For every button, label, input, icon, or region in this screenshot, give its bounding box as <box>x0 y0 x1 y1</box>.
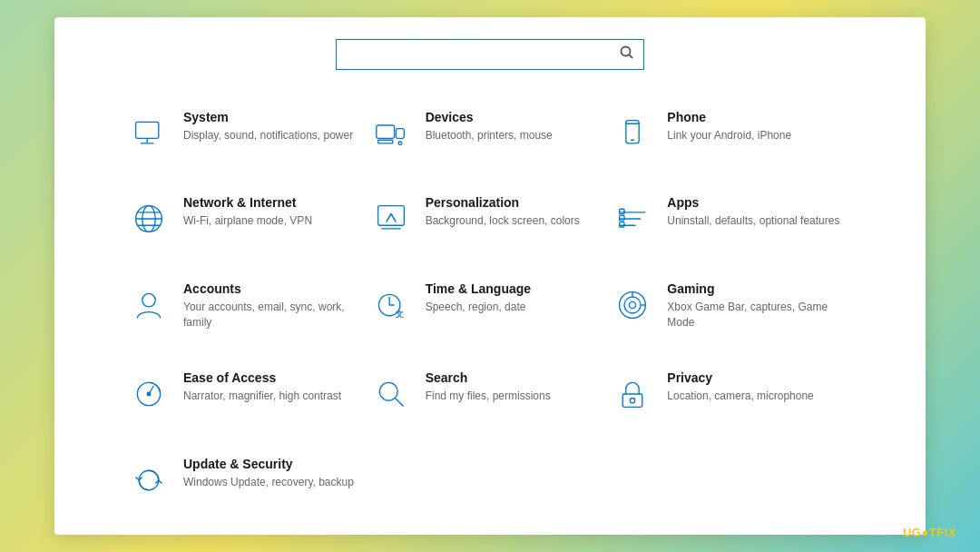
setting-desc-devices: Bluetooth, printers, mouse <box>426 128 553 143</box>
svg-point-36 <box>379 382 397 400</box>
setting-title-privacy: Privacy <box>667 370 813 385</box>
setting-title-system: System <box>183 110 353 124</box>
search-icon <box>369 372 413 416</box>
setting-item-update[interactable]: Update & Security Windows Update, recove… <box>127 440 369 526</box>
setting-text-personalization: Personalization Background, lock screen,… <box>426 195 580 229</box>
ease-icon <box>127 372 171 416</box>
privacy-icon <box>611 372 654 416</box>
svg-text:文: 文 <box>396 310 404 319</box>
devices-icon <box>369 112 413 155</box>
setting-text-update: Update & Security Windows Update, recove… <box>183 457 354 490</box>
personalization-icon <box>369 197 413 241</box>
svg-point-35 <box>147 392 151 396</box>
setting-title-network: Network & Internet <box>183 195 312 210</box>
setting-text-phone: Phone Link your Android, iPhone <box>667 110 791 143</box>
setting-title-search: Search <box>426 370 551 385</box>
setting-item-ease[interactable]: Ease of Access Narrator, magnifier, high… <box>127 354 369 439</box>
header <box>54 17 926 84</box>
setting-text-ease: Ease of Access Narrator, magnifier, high… <box>183 370 341 404</box>
svg-point-30 <box>630 301 636 308</box>
setting-title-gaming: Gaming <box>667 281 842 296</box>
setting-text-system: System Display, sound, notifications, po… <box>183 110 353 143</box>
setting-text-accounts: Accounts Your accounts, email, sync, wor… <box>183 281 358 330</box>
setting-text-network: Network & Internet Wi-Fi, airplane mode,… <box>183 195 312 229</box>
setting-title-accounts: Accounts <box>183 281 358 296</box>
network-icon <box>127 197 171 241</box>
setting-desc-privacy: Location, camera, microphone <box>667 389 813 404</box>
setting-item-phone[interactable]: Phone Link your Android, iPhone <box>611 94 853 179</box>
setting-desc-update: Windows Update, recovery, backup <box>183 475 354 490</box>
setting-desc-apps: Uninstall, defaults, optional features <box>667 213 839 229</box>
svg-rect-7 <box>377 140 392 143</box>
setting-title-phone: Phone <box>667 110 791 124</box>
svg-point-39 <box>631 399 635 403</box>
setting-text-apps: Apps Uninstall, defaults, optional featu… <box>667 195 839 229</box>
setting-title-update: Update & Security <box>183 457 354 471</box>
search-box[interactable] <box>336 39 644 70</box>
setting-item-system[interactable]: System Display, sound, notifications, po… <box>127 94 369 179</box>
svg-rect-5 <box>376 125 394 138</box>
setting-text-privacy: Privacy Location, camera, microphone <box>667 370 813 404</box>
apps-icon <box>611 197 654 241</box>
accounts-icon <box>127 283 171 327</box>
time-icon: 文 <box>369 283 413 327</box>
setting-title-apps: Apps <box>667 195 839 210</box>
setting-item-search[interactable]: Search Find my files, permissions <box>369 354 612 439</box>
svg-rect-17 <box>377 206 404 226</box>
svg-rect-23 <box>620 216 624 221</box>
setting-desc-search: Find my files, permissions <box>426 389 551 404</box>
watermark-text: UG●TFIX <box>903 526 956 539</box>
setting-desc-system: Display, sound, notifications, power <box>183 128 353 143</box>
svg-line-37 <box>395 399 403 407</box>
svg-rect-6 <box>396 129 404 139</box>
setting-item-devices[interactable]: Devices Bluetooth, printers, mouse <box>369 94 612 179</box>
search-input[interactable] <box>346 47 616 62</box>
setting-title-personalization: Personalization <box>426 195 580 210</box>
setting-text-devices: Devices Bluetooth, printers, mouse <box>426 110 553 143</box>
watermark: UG●TFIX <box>903 526 956 539</box>
gaming-icon <box>611 283 654 327</box>
svg-point-25 <box>142 293 155 306</box>
phone-icon <box>611 112 654 155</box>
update-icon <box>127 458 171 502</box>
setting-title-ease: Ease of Access <box>183 370 341 385</box>
svg-point-8 <box>398 142 402 145</box>
svg-rect-2 <box>136 122 159 138</box>
setting-title-devices: Devices <box>426 110 553 124</box>
setting-text-gaming: Gaming Xbox Game Bar, captures, Game Mod… <box>667 281 842 330</box>
setting-desc-personalization: Background, lock screen, colors <box>426 213 580 229</box>
setting-title-time: Time & Language <box>426 281 531 296</box>
settings-grid: System Display, sound, notifications, po… <box>54 84 926 535</box>
setting-item-personalization[interactable]: Personalization Background, lock screen,… <box>369 179 612 264</box>
setting-desc-accounts: Your accounts, email, sync, work, family <box>183 300 358 330</box>
setting-item-apps[interactable]: Apps Uninstall, defaults, optional featu… <box>611 179 853 264</box>
setting-desc-phone: Link your Android, iPhone <box>667 128 791 143</box>
svg-rect-22 <box>620 210 624 214</box>
search-icon <box>620 45 634 64</box>
system-icon <box>127 112 171 155</box>
svg-rect-38 <box>623 394 643 407</box>
setting-desc-ease: Narrator, magnifier, high contrast <box>183 389 341 404</box>
setting-item-time[interactable]: 文 Time & Language Speech, region, date <box>369 265 612 354</box>
setting-desc-time: Speech, region, date <box>426 300 531 315</box>
settings-window: System Display, sound, notifications, po… <box>54 17 926 535</box>
setting-item-accounts[interactable]: Accounts Your accounts, email, sync, wor… <box>127 265 369 354</box>
setting-desc-gaming: Xbox Game Bar, captures, Game Mode <box>667 300 842 330</box>
setting-text-search: Search Find my files, permissions <box>426 370 551 404</box>
svg-point-29 <box>624 297 641 313</box>
svg-point-0 <box>622 47 631 56</box>
setting-item-privacy[interactable]: Privacy Location, camera, microphone <box>611 354 853 439</box>
setting-item-gaming[interactable]: Gaming Xbox Game Bar, captures, Game Mod… <box>611 265 853 354</box>
svg-rect-24 <box>620 222 624 227</box>
setting-text-time: Time & Language Speech, region, date <box>426 281 531 315</box>
svg-line-1 <box>630 55 633 59</box>
setting-desc-network: Wi-Fi, airplane mode, VPN <box>183 213 312 229</box>
setting-item-network[interactable]: Network & Internet Wi-Fi, airplane mode,… <box>127 179 369 264</box>
